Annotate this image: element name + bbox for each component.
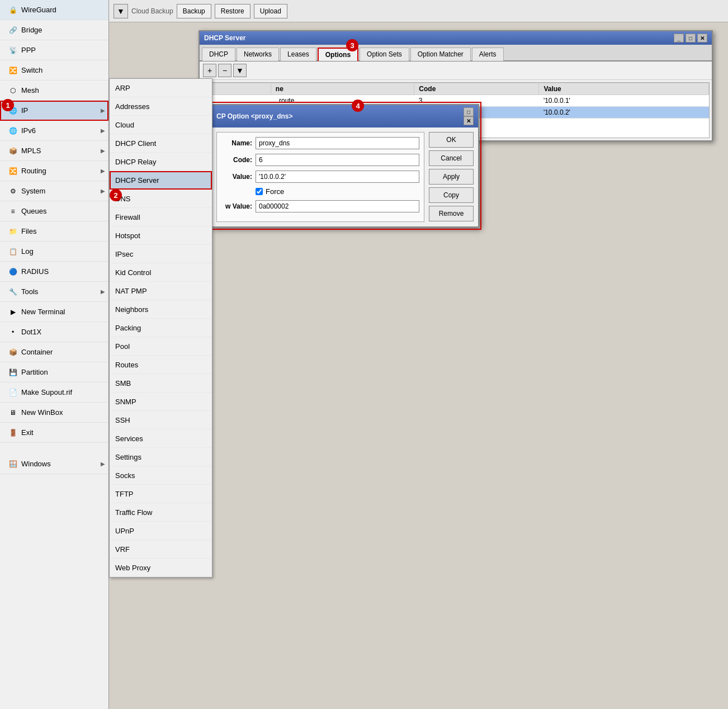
sidebar-item-dot1x[interactable]: • Dot1X xyxy=(0,322,108,342)
submenu-routes[interactable]: Routes xyxy=(110,356,212,374)
sidebar-item-log[interactable]: 📋 Log xyxy=(0,242,108,262)
filter-button[interactable]: ▼ xyxy=(233,64,247,77)
switch-icon: 🔀 xyxy=(8,65,18,75)
submenu-arp[interactable]: ARP xyxy=(110,79,212,97)
sidebar-item-mpls[interactable]: 📦 MPLS ▶ xyxy=(0,141,108,161)
add-button[interactable]: + xyxy=(203,64,216,77)
container-icon: 📦 xyxy=(8,347,18,357)
sidebar-item-new-winbox[interactable]: 🖥 New WinBox xyxy=(0,403,108,423)
submenu-nat-pmp[interactable]: NAT PMP xyxy=(110,282,212,300)
submenu-services[interactable]: Services xyxy=(110,429,212,448)
code-input[interactable] xyxy=(256,154,419,166)
submenu-ipsec[interactable]: IPsec xyxy=(110,245,212,263)
raw-value-input[interactable] xyxy=(256,200,419,212)
sidebar-item-mesh[interactable]: ⬡ Mesh xyxy=(0,81,108,101)
sidebar-label-partition: Partition xyxy=(21,368,48,376)
submenu-upnp[interactable]: UPnP xyxy=(110,522,212,540)
mpls-icon: 📦 xyxy=(8,146,18,156)
upload-button[interactable]: Upload xyxy=(254,4,287,18)
restore-button[interactable]: Restore xyxy=(215,4,250,18)
submenu-vrf[interactable]: VRF xyxy=(110,540,212,559)
submenu-ssh-label: SSH xyxy=(115,416,130,424)
tab-option-sets[interactable]: Option Sets xyxy=(360,48,409,61)
mesh-icon: ⬡ xyxy=(8,86,18,96)
submenu-dns[interactable]: DNS xyxy=(110,190,212,208)
submenu-addresses[interactable]: Addresses xyxy=(110,97,212,116)
apply-button[interactable]: Apply xyxy=(429,169,474,185)
sidebar-item-switch[interactable]: 🔀 Switch xyxy=(0,60,108,81)
maximize-button[interactable]: □ xyxy=(686,34,696,42)
submenu-firewall[interactable]: Firewall xyxy=(110,208,212,226)
submenu-nat-pmp-label: NAT PMP xyxy=(115,287,147,295)
value-input[interactable] xyxy=(256,171,419,183)
submenu-ssh[interactable]: SSH xyxy=(110,411,212,429)
name-label: Name: xyxy=(221,139,252,147)
submenu-traffic-flow[interactable]: Traffic Flow xyxy=(110,503,212,522)
col-code: Code xyxy=(414,83,539,95)
submenu-web-proxy[interactable]: Web Proxy xyxy=(110,559,212,577)
sidebar-item-new-terminal[interactable]: ▶ New Terminal xyxy=(0,302,108,322)
tab-dhcp[interactable]: DHCP xyxy=(202,48,235,61)
remove-button[interactable]: − xyxy=(218,64,231,77)
sidebar-label-log: Log xyxy=(21,247,34,256)
ip-arrow: ▶ xyxy=(101,107,105,114)
submenu-settings[interactable]: Settings xyxy=(110,448,212,466)
sidebar-item-ip[interactable]: 🌐 IP ▶ xyxy=(0,101,108,121)
submenu-pool[interactable]: Pool xyxy=(110,337,212,356)
tab-networks[interactable]: Networks xyxy=(237,48,279,61)
remove-button[interactable]: Remove xyxy=(429,206,474,221)
submenu-dhcp-server[interactable]: DHCP Server xyxy=(110,171,212,190)
queues-icon: ≡ xyxy=(8,206,18,216)
submenu-packing[interactable]: Packing xyxy=(110,319,212,337)
dialog-close-button[interactable]: ✕ xyxy=(464,116,474,125)
sidebar-item-tools[interactable]: 🔧 Tools ▶ xyxy=(0,282,108,302)
tab-alerts[interactable]: Alerts xyxy=(472,48,504,61)
submenu-snmp[interactable]: SNMP xyxy=(110,393,212,411)
cancel-button[interactable]: Cancel xyxy=(429,150,474,166)
sidebar-item-routing[interactable]: 🔀 Routing ▶ xyxy=(0,161,108,181)
sidebar-item-windows[interactable]: 🪟 Windows ▶ xyxy=(0,454,108,474)
copy-button[interactable]: Copy xyxy=(429,187,474,203)
name-input[interactable] xyxy=(256,137,419,149)
submenu-neighbors[interactable]: Neighbors xyxy=(110,300,212,319)
sidebar-item-container[interactable]: 📦 Container xyxy=(0,342,108,362)
sidebar-item-bridge[interactable]: 🔗 Bridge xyxy=(0,20,108,40)
sidebar-item-ipv6[interactable]: 🌐 IPv6 ▶ xyxy=(0,121,108,141)
sidebar-item-files[interactable]: 📁 Files xyxy=(0,221,108,242)
submenu-hotspot[interactable]: Hotspot xyxy=(110,226,212,245)
tools-icon: 🔧 xyxy=(8,287,18,297)
sidebar-item-radius[interactable]: 🔵 RADIUS xyxy=(0,262,108,282)
dhcp-tabs: DHCP Networks Leases Options Option Sets… xyxy=(200,45,712,62)
submenu-smb[interactable]: SMB xyxy=(110,374,212,393)
submenu-pool-label: Pool xyxy=(115,342,130,351)
submenu-tftp[interactable]: TFTP xyxy=(110,485,212,503)
close-button[interactable]: ✕ xyxy=(697,34,707,42)
sidebar-item-queues[interactable]: ≡ Queues xyxy=(0,201,108,221)
exit-icon: 🚪 xyxy=(8,428,18,438)
sidebar-item-partition[interactable]: 💾 Partition xyxy=(0,362,108,382)
sidebar-item-ppp[interactable]: 📡 PPP xyxy=(0,40,108,60)
ok-button[interactable]: OK xyxy=(429,132,474,148)
filter-icon[interactable]: ▼ xyxy=(114,4,128,18)
sidebar-item-wireguard[interactable]: 🔒 WireGuard xyxy=(0,0,108,20)
submenu-ipsec-label: IPsec xyxy=(115,250,134,258)
sidebar-label-wireguard: WireGuard xyxy=(21,6,56,14)
sidebar-item-system[interactable]: ⚙ System ▶ xyxy=(0,181,108,201)
sidebar-item-exit[interactable]: 🚪 Exit xyxy=(0,423,108,443)
force-checkbox[interactable] xyxy=(256,188,263,195)
sidebar-item-make-supout[interactable]: 📄 Make Supout.rif xyxy=(0,382,108,403)
tab-option-matcher[interactable]: Option Matcher xyxy=(410,48,471,61)
backup-button[interactable]: Backup xyxy=(177,4,211,18)
submenu-kid-control[interactable]: Kid Control xyxy=(110,263,212,282)
submenu-dhcp-relay[interactable]: DHCP Relay xyxy=(110,153,212,171)
name-row: Name: xyxy=(221,137,419,149)
submenu-dhcp-client[interactable]: DHCP Client xyxy=(110,134,212,153)
submenu-upnp-label: UPnP xyxy=(115,527,134,535)
minimize-button[interactable]: _ xyxy=(674,34,684,42)
submenu-socks[interactable]: Socks xyxy=(110,466,212,485)
sidebar-label-container: Container xyxy=(21,348,53,356)
submenu-cloud[interactable]: Cloud xyxy=(110,116,212,134)
tab-leases[interactable]: Leases xyxy=(280,48,316,61)
dialog-minimize-button[interactable]: □ xyxy=(464,107,474,116)
dialog-buttons: OK Cancel Apply Copy Remove xyxy=(429,132,474,222)
